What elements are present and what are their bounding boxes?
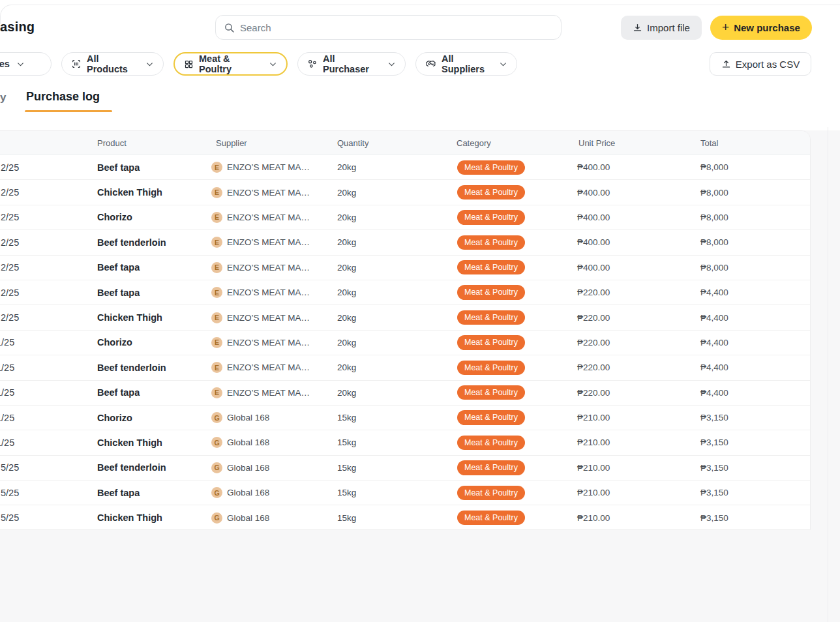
search-input[interactable] [240,22,553,33]
supplier-cell: EENZO’S MEAT MA… [211,280,310,304]
unit-price-value: ₱210.00 [577,481,610,505]
purchase-log-table: Product Supplier Quantity Category Unit … [0,130,811,530]
column-header-category: Category [457,131,491,155]
quantity-value: 20kg [337,155,356,179]
table-row[interactable]: 1/25ChorizoEENZO’S MEAT MA…20kgMeat & Po… [0,331,810,355]
table-row[interactable]: 2/25Beef tapaEENZO’S MEAT MA…20kgMeat & … [0,155,810,180]
unit-price-value: ₱210.00 [577,456,610,480]
category-cell: Meat & Poultry [457,406,525,430]
table-header-row: Product Supplier Quantity Category Unit … [0,131,810,155]
quantity-value: 20kg [337,230,356,254]
supplier-name: ENZO’S MEAT MA… [227,188,310,198]
supplier-cell: EENZO’S MEAT MA… [211,205,310,230]
purchase-date: 2/25 [1,230,19,254]
table-row[interactable]: 1/25Beef tenderloinEENZO’S MEAT MA…20kgM… [0,355,810,380]
filter-dates-chip[interactable]: dates [0,52,52,76]
scrollbar-track[interactable] [828,127,828,622]
table-row[interactable]: 2/25Beef tapaEENZO’S MEAT MA…20kgMeat & … [0,280,810,305]
unit-price-value: ₱210.00 [577,406,610,430]
category-cell: Meat & Poultry [457,505,525,529]
supplier-avatar: E [211,337,222,348]
total-value: ₱8,000 [700,256,728,280]
plus-icon: + [722,21,729,33]
product-name: Beef tenderloin [97,230,166,254]
new-purchase-label: New purchase [734,22,800,33]
purchase-date: 2/25 [1,180,19,204]
product-name: Beef tapa [97,256,140,280]
table-row[interactable]: 5/25Beef tapaGGlobal 16815kgMeat & Poult… [0,481,810,505]
table-row[interactable]: 2/25ChorizoEENZO’S MEAT MA…20kgMeat & Po… [0,205,810,230]
supplier-avatar: E [211,262,222,273]
quantity-value: 15kg [337,481,356,505]
table-row[interactable]: 5/25Chicken ThighGGlobal 16815kgMeat & P… [0,505,810,530]
category-badge: Meat & Poultry [457,185,525,200]
category-badge: Meat & Poultry [457,511,525,525]
supplier-cell: GGlobal 168 [211,406,269,430]
supplier-name: ENZO’S MEAT MA… [227,263,310,273]
category-cell: Meat & Poultry [457,355,525,379]
product-name: Chorizo [97,331,132,355]
table-row[interactable]: 1/25ChorizoGGlobal 16815kgMeat & Poultry… [0,406,810,430]
supplier-cell: EENZO’S MEAT MA… [211,331,310,355]
chevron-down-icon [387,60,396,68]
category-cell: Meat & Poultry [457,180,525,204]
unit-price-value: ₱400.00 [577,256,610,280]
product-name: Beef tapa [97,381,140,405]
category-cell: Meat & Poultry [457,155,525,179]
unit-price-value: ₱400.00 [577,180,610,204]
category-badge: Meat & Poultry [457,285,525,299]
tab-to-buy-truncated[interactable]: y [0,91,6,104]
search-input-wrapper[interactable] [215,15,562,40]
table-row[interactable]: 1/25Chicken ThighGGlobal 16815kgMeat & P… [0,430,810,455]
category-badge: Meat & Poultry [457,460,525,475]
purchase-date: 2/25 [1,305,19,329]
total-value: ₱3,150 [700,481,728,505]
column-header-supplier: Supplier [216,131,247,155]
supplier-name: ENZO’S MEAT MA… [227,313,310,323]
supplier-avatar: E [211,312,222,323]
filter-suppliers-chip[interactable]: All Suppliers [415,52,517,76]
grid-icon [184,59,194,69]
table-row[interactable]: 1/25Beef tapaEENZO’S MEAT MA…20kgMeat & … [0,381,810,406]
table-row[interactable]: 2/25Beef tapaEENZO’S MEAT MA…20kgMeat & … [0,256,810,280]
category-badge: Meat & Poultry [457,235,525,250]
page-title: asing [0,20,35,35]
new-purchase-button[interactable]: + New purchase [710,16,812,40]
quantity-value: 15kg [337,456,356,480]
export-csv-label: Export as CSV [736,59,800,70]
upload-icon [721,59,731,69]
purchase-date: 2/25 [1,256,19,280]
table-row[interactable]: 5/25Beef tenderloinGGlobal 16815kgMeat &… [0,456,810,481]
total-value: ₱8,000 [700,205,728,230]
supplier-avatar: G [211,412,222,423]
total-value: ₱8,000 [700,155,728,179]
barcode-scan-icon [71,59,82,69]
filter-purchaser-chip[interactable]: All Purchaser [297,52,406,76]
table-row[interactable]: 2/25Chicken ThighEENZO’S MEAT MA…20kgMea… [0,180,810,205]
product-name: Chorizo [97,406,132,430]
supplier-avatar: E [211,287,222,298]
category-badge: Meat & Poultry [457,486,525,500]
filter-dates-label: dates [0,59,10,69]
filter-category-chip[interactable]: Meat & Poultry [173,52,288,76]
chevron-down-icon [145,60,154,68]
chevron-down-icon [16,60,25,68]
column-header-quantity: Quantity [337,131,368,155]
table-row[interactable]: 2/25Beef tenderloinEENZO’S MEAT MA…20kgM… [0,230,810,255]
table-row[interactable]: 2/25Chicken ThighEENZO’S MEAT MA…20kgMea… [0,305,810,330]
chevron-down-icon [499,60,507,68]
total-value: ₱3,150 [700,406,728,430]
export-csv-button[interactable]: Export as CSV [710,52,811,76]
supplier-name: ENZO’S MEAT MA… [227,213,310,222]
column-header-product: Product [97,131,127,155]
purchase-date: 2/25 [1,280,19,304]
import-file-button[interactable]: Import file [621,16,702,40]
column-header-total: Total [700,131,718,155]
supplier-cell: GGlobal 168 [211,505,269,529]
tab-purchase-log[interactable]: Purchase log [26,90,100,104]
category-badge: Meat & Poultry [457,410,525,424]
filter-products-chip[interactable]: All Products [61,52,164,76]
quantity-value: 15kg [337,430,356,454]
unit-price-value: ₱220.00 [577,381,610,405]
unit-price-value: ₱220.00 [577,280,610,304]
